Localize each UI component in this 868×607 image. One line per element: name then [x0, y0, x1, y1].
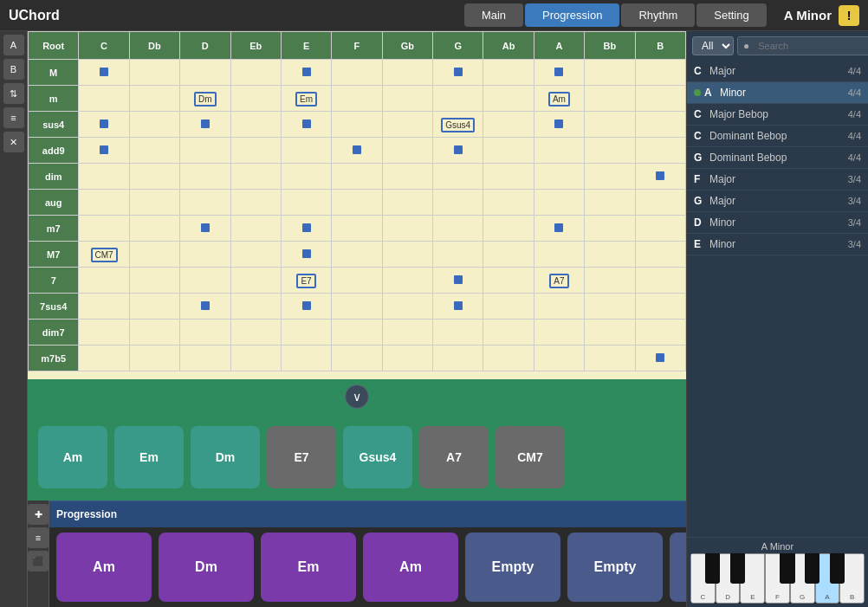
expand-button[interactable]: ∨ [345, 384, 369, 409]
cell-dim7-e[interactable] [281, 320, 331, 345]
cell-dim-eb[interactable] [230, 164, 281, 190]
cell-dim7-gb[interactable] [382, 320, 432, 345]
cell-m7-eb[interactable] [230, 216, 281, 242]
cell-m7-d[interactable] [180, 242, 230, 268]
cell-dim-f[interactable] [332, 164, 382, 190]
chord-named-gsus4[interactable]: Gsus4 [441, 118, 475, 132]
cell-m7-eb[interactable] [230, 242, 281, 268]
cell-add9-eb[interactable] [230, 138, 281, 164]
cell-7sus4-gb[interactable] [382, 294, 432, 320]
cell-m7-a[interactable] [534, 216, 584, 242]
cell-add9-c[interactable] [79, 138, 129, 164]
cell-aug-b[interactable] [635, 190, 686, 216]
tab-progression[interactable]: Progression [525, 3, 619, 27]
cell-m7b5-db[interactable] [129, 345, 179, 371]
cell-dim7-b[interactable] [635, 320, 686, 345]
cell-sus4-bb[interactable] [585, 112, 635, 138]
cell-m7-bb[interactable] [585, 242, 635, 268]
cell-dim7-a[interactable] [534, 320, 584, 345]
scale-item-0[interactable]: CMajor4/4 [687, 61, 868, 82]
cell-m7-db[interactable] [129, 242, 179, 268]
scale-item-8[interactable]: EMinor3/4 [687, 234, 868, 255]
cell-sus4-eb[interactable] [230, 112, 281, 138]
tab-setting[interactable]: Setting [696, 3, 766, 27]
scale-item-4[interactable]: GDominant Bebop4/4 [687, 147, 868, 169]
cell-aug-ab[interactable] [483, 190, 534, 216]
cell-add9-bb[interactable] [585, 138, 635, 164]
cell-aug-g[interactable] [433, 190, 483, 216]
cell-dim-gb[interactable] [382, 164, 432, 190]
cell-m-g[interactable] [433, 86, 483, 112]
scale-item-3[interactable]: CDominant Bebop4/4 [687, 126, 868, 147]
cell-dim-ab[interactable] [483, 164, 534, 190]
tab-main[interactable]: Main [464, 3, 523, 27]
cell-7-e[interactable]: E7 [281, 268, 331, 294]
cell-m-gb[interactable] [382, 86, 432, 112]
cell-aug-c[interactable] [79, 190, 129, 216]
cell-dim-d[interactable] [180, 164, 230, 190]
cell-m7b5-e[interactable] [281, 345, 331, 371]
cell-m7b5-gb[interactable] [382, 345, 432, 371]
cell-sus4-e[interactable] [281, 112, 331, 138]
piano-key-g[interactable]: G [790, 553, 815, 604]
cell-aug-db[interactable] [129, 190, 179, 216]
cell-7sus4-a[interactable] [534, 294, 584, 320]
cell-m-c[interactable] [79, 86, 129, 112]
cell-m7-c[interactable]: CM7 [79, 242, 129, 268]
cell-m7b5-c[interactable] [79, 345, 129, 371]
cell-m-b[interactable] [635, 60, 686, 86]
cell-aug-e[interactable] [281, 190, 331, 216]
cell-m-gb[interactable] [382, 60, 432, 86]
cell-m7-e[interactable] [281, 216, 331, 242]
search-input[interactable] [753, 39, 868, 53]
cell-m7-f[interactable] [332, 216, 382, 242]
cell-m-eb[interactable] [230, 86, 281, 112]
cell-sus4-db[interactable] [129, 112, 179, 138]
cell-7-f[interactable] [332, 268, 382, 294]
sidebar-btn-b[interactable]: B [3, 59, 24, 80]
cell-m7-c[interactable] [79, 216, 129, 242]
prog-chord-5[interactable]: Empty [567, 533, 663, 602]
cell-m7-a[interactable] [534, 242, 584, 268]
cell-m-db[interactable] [129, 86, 179, 112]
prog-chord-0[interactable]: Am [56, 533, 152, 602]
chord-named-e7[interactable]: E7 [296, 274, 315, 288]
cell-7-gb[interactable] [382, 268, 432, 294]
cell-7-d[interactable] [180, 268, 230, 294]
cell-m-f[interactable] [332, 86, 382, 112]
cell-add9-f[interactable] [332, 138, 382, 164]
cell-dim7-f[interactable] [332, 320, 382, 345]
cell-7sus4-db[interactable] [129, 294, 179, 320]
palette-chord-cm7[interactable]: CM7 [496, 426, 565, 488]
scale-item-7[interactable]: DMinor3/4 [687, 212, 868, 234]
cell-m-b[interactable] [635, 86, 686, 112]
cell-m7b5-g[interactable] [433, 345, 483, 371]
cell-m-c[interactable] [79, 60, 129, 86]
cell-m7-gb[interactable] [382, 242, 432, 268]
cell-m-d[interactable]: Dm [180, 86, 230, 112]
prog-chord-1[interactable]: Dm [159, 533, 254, 602]
cell-m-eb[interactable] [230, 60, 281, 86]
cell-7-b[interactable] [635, 268, 686, 294]
cell-dim7-ab[interactable] [483, 320, 534, 345]
cell-aug-eb[interactable] [230, 190, 281, 216]
prog-chord-2[interactable]: Em [261, 533, 356, 602]
cell-m7-ab[interactable] [483, 216, 534, 242]
scale-item-5[interactable]: FMajor3/4 [687, 169, 868, 190]
bottom-btn-add[interactable]: ✚ [28, 504, 49, 525]
cell-sus4-gb[interactable] [382, 112, 432, 138]
cell-add9-a[interactable] [534, 138, 584, 164]
cell-m7b5-b[interactable] [635, 345, 686, 371]
cell-dim7-eb[interactable] [230, 320, 281, 345]
sidebar-btn-swap[interactable]: ⇅ [3, 83, 24, 104]
cell-7-c[interactable] [79, 268, 129, 294]
cell-add9-e[interactable] [281, 138, 331, 164]
cell-m-a[interactable]: Am [534, 86, 584, 112]
cell-m7-db[interactable] [129, 216, 179, 242]
cell-m7b5-ab[interactable] [483, 345, 534, 371]
cell-dim7-g[interactable] [433, 320, 483, 345]
cell-m7b5-f[interactable] [332, 345, 382, 371]
cell-aug-a[interactable] [534, 190, 584, 216]
cell-7-db[interactable] [129, 268, 179, 294]
cell-aug-d[interactable] [180, 190, 230, 216]
